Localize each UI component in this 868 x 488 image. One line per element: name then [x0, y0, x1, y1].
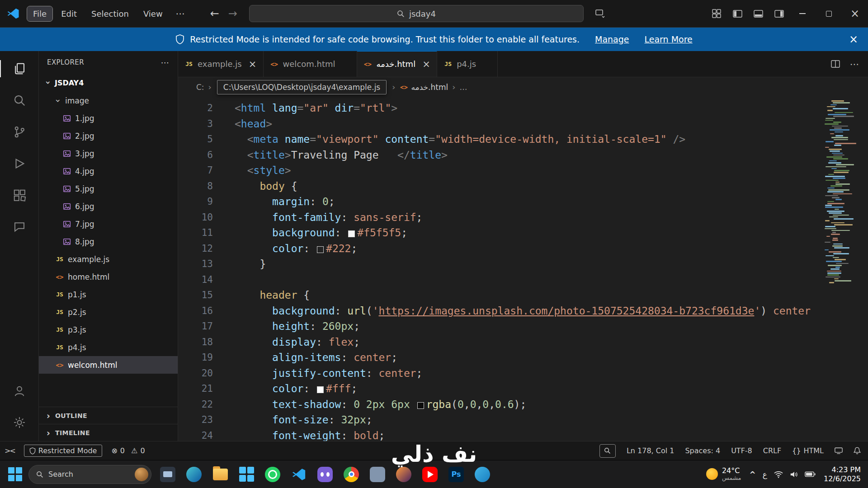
learn-more-link[interactable]: Learn More	[645, 34, 693, 44]
encoding-status[interactable]: UTF-8	[731, 446, 752, 455]
tray-overflow-icon[interactable]: ^	[750, 470, 756, 479]
close-button[interactable]: ×	[842, 0, 868, 27]
account-icon[interactable]	[0, 375, 38, 407]
search-sidebar-icon[interactable]	[0, 84, 38, 116]
line-number: 14	[178, 274, 213, 285]
taskbar-app-dev-app[interactable]	[367, 464, 388, 485]
chat-icon[interactable]	[0, 211, 38, 243]
taskbar-app-chrome[interactable]	[341, 464, 362, 485]
cursor-position-status[interactable]: Ln 178, Col 1	[627, 446, 675, 455]
taskbar-app-system-monitor[interactable]	[157, 464, 178, 485]
explorer-item-6.jpg[interactable]: 6.jpg	[39, 197, 178, 215]
explorer-item-8.jpg[interactable]: 8.jpg	[39, 233, 178, 250]
code-editor[interactable]: 2<html lang="ar" dir="rtl">3<head>5 <met…	[178, 97, 868, 441]
command-center-search[interactable]: jsday4	[249, 5, 584, 22]
explorer-item-p2.js[interactable]: JSp2.js	[39, 303, 178, 321]
color-swatch[interactable]	[417, 402, 424, 409]
banner-close-icon[interactable]: ×	[849, 28, 858, 51]
explorer-item-p3.js[interactable]: JSp3.js	[39, 321, 178, 338]
taskbar-app-whatsapp[interactable]	[262, 464, 283, 485]
wifi-icon[interactable]	[774, 471, 783, 478]
breadcrumb-more[interactable]: …	[459, 83, 467, 92]
new-window-icon[interactable]	[590, 0, 611, 27]
toggle-secondary-sidebar-icon[interactable]	[769, 0, 789, 27]
split-editor-icon[interactable]	[831, 60, 840, 68]
indentation-status[interactable]: Spaces: 4	[685, 446, 720, 455]
language-mode-status[interactable]: {} HTML	[792, 446, 824, 455]
tab-welcom.html[interactable]: <>welcom.html	[264, 51, 357, 77]
weather-widget[interactable]: 24°C مشمس	[706, 467, 741, 482]
menu-view[interactable]: View	[137, 6, 169, 21]
taskbar-app-discord-app[interactable]	[315, 464, 335, 485]
code-line-6: 6 <title>Traveling Page </title>	[178, 147, 868, 163]
explorer-item-p1.js[interactable]: JSp1.js	[39, 286, 178, 303]
settings-gear-icon[interactable]	[0, 407, 38, 438]
minimize-button[interactable]	[789, 0, 816, 27]
zoom-indicator-button[interactable]	[599, 444, 616, 458]
menu-file[interactable]: File	[27, 6, 52, 21]
line-number: 17	[178, 321, 213, 332]
close-tab-icon[interactable]: ×	[249, 59, 257, 70]
language-indicator[interactable]: ع	[763, 470, 767, 479]
explorer-item-p4.js[interactable]: JSp4.js	[39, 338, 178, 356]
taskbar-app-store-app[interactable]	[236, 464, 257, 485]
explorer-item-welcom.html[interactable]: <>welcom.html	[39, 356, 178, 374]
customize-layout-icon[interactable]	[706, 0, 727, 27]
explorer-item-image[interactable]: ›image	[39, 92, 178, 109]
timeline-section[interactable]: › TIMELINE	[39, 424, 178, 441]
back-icon[interactable]: ←	[210, 7, 219, 20]
forward-icon[interactable]: →	[228, 7, 237, 20]
maximize-button[interactable]	[816, 0, 842, 27]
line-number: 15	[178, 290, 213, 300]
extensions-icon[interactable]	[0, 179, 38, 211]
screencast-icon[interactable]	[835, 447, 843, 454]
outline-section[interactable]: › OUTLINE	[39, 407, 178, 424]
battery-icon[interactable]	[805, 471, 816, 477]
file-label: 5.jpg	[75, 184, 94, 193]
explorer-item-home.html[interactable]: <>home.html	[39, 268, 178, 286]
tab-example.js[interactable]: JSexample.js×	[178, 51, 264, 77]
menu-edit[interactable]: Edit	[55, 6, 83, 21]
explorer-root-folder[interactable]: › JSDAY4	[39, 74, 178, 92]
taskbar-search[interactable]: Search	[28, 465, 151, 484]
explorer-item-2.jpg[interactable]: 2.jpg	[39, 127, 178, 145]
search-highlight-icon[interactable]	[135, 468, 148, 481]
color-swatch[interactable]	[317, 386, 324, 393]
minimap[interactable]	[824, 100, 861, 441]
explorer-item-7.jpg[interactable]: 7.jpg	[39, 215, 178, 233]
color-swatch[interactable]	[348, 230, 355, 237]
breadcrumb-drive[interactable]: C:	[196, 83, 204, 92]
manage-link[interactable]: Manage	[595, 34, 629, 44]
explorer-actions-icon[interactable]: ⋯	[161, 57, 170, 67]
taskbar-app-vscode[interactable]	[288, 464, 309, 485]
notifications-bell-icon[interactable]	[854, 447, 861, 455]
taskbar-app-edge-browser[interactable]	[184, 464, 204, 485]
toggle-panel-icon[interactable]	[748, 0, 769, 27]
taskbar-clock[interactable]: 4:23 PM 12/6/2025	[824, 465, 861, 483]
restricted-mode-status[interactable]: Restricted Mode	[24, 445, 103, 457]
taskbar-app-file-explorer[interactable]	[210, 464, 231, 485]
toggle-sidebar-icon[interactable]	[727, 0, 748, 27]
explorer-item-3.jpg[interactable]: 3.jpg	[39, 145, 178, 162]
run-debug-icon[interactable]	[0, 148, 38, 179]
problems-status[interactable]: ⊗0 ⚠0	[111, 446, 145, 455]
menu-overflow-icon[interactable]: ⋯	[169, 8, 192, 19]
color-swatch[interactable]	[317, 246, 324, 253]
volume-icon[interactable]	[790, 471, 798, 478]
tab-p4.js[interactable]: JSp4.js	[437, 51, 498, 77]
start-button[interactable]	[7, 467, 23, 482]
close-tab-icon[interactable]: ×	[422, 59, 430, 70]
tab-خدمه.html[interactable]: <>خدمه.html×	[357, 51, 438, 77]
explorer-item-example.js[interactable]: JSexample.js	[39, 250, 178, 268]
tab-more-actions-icon[interactable]: ⋯	[850, 59, 859, 70]
source-control-icon[interactable]	[0, 116, 38, 148]
explorer-item-1.jpg[interactable]: 1.jpg	[39, 109, 178, 127]
explorer-icon[interactable]	[0, 53, 38, 84]
eol-status[interactable]: CRLF	[763, 446, 781, 455]
warning-icon: ⚠	[131, 446, 137, 455]
explorer-item-5.jpg[interactable]: 5.jpg	[39, 180, 178, 197]
explorer-item-4.jpg[interactable]: 4.jpg	[39, 162, 178, 180]
breadcrumb-file[interactable]: <> خدمه.html	[399, 83, 448, 92]
menu-selection[interactable]: Selection	[85, 6, 135, 21]
remote-indicator-icon[interactable]: ><	[5, 446, 15, 455]
